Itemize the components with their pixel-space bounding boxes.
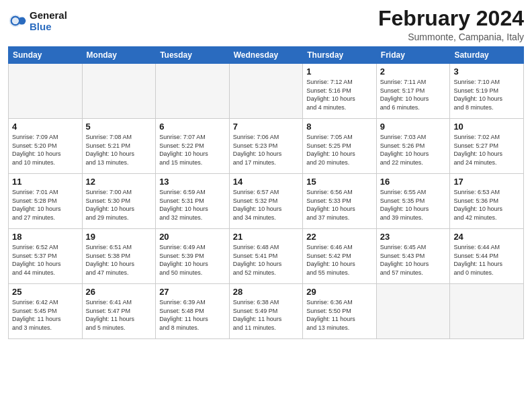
- day-info: Sunrise: 6:46 AM Sunset: 5:42 PM Dayligh…: [306, 243, 373, 277]
- logo-text-blue: Blue: [30, 21, 67, 32]
- day-number: 25: [12, 287, 79, 297]
- day-info: Sunrise: 6:36 AM Sunset: 5:50 PM Dayligh…: [306, 298, 373, 332]
- day-number: 21: [233, 232, 300, 242]
- day-number: 24: [453, 232, 520, 242]
- day-number: 11: [12, 177, 79, 187]
- col-thursday: Thursday: [303, 47, 377, 64]
- table-row: 20Sunrise: 6:49 AM Sunset: 5:39 PM Dayli…: [156, 229, 230, 284]
- table-row: 19Sunrise: 6:51 AM Sunset: 5:38 PM Dayli…: [82, 229, 156, 284]
- table-row: 3Sunrise: 7:10 AM Sunset: 5:19 PM Daylig…: [450, 64, 524, 119]
- calendar-week-row: 18Sunrise: 6:52 AM Sunset: 5:37 PM Dayli…: [9, 229, 524, 284]
- col-friday: Friday: [376, 47, 450, 64]
- calendar-week-row: 25Sunrise: 6:42 AM Sunset: 5:45 PM Dayli…: [9, 284, 524, 339]
- day-number: 6: [159, 122, 226, 132]
- table-row: 28Sunrise: 6:38 AM Sunset: 5:49 PM Dayli…: [229, 284, 303, 339]
- table-row: 27Sunrise: 6:39 AM Sunset: 5:48 PM Dayli…: [156, 284, 230, 339]
- table-row: 17Sunrise: 6:53 AM Sunset: 5:36 PM Dayli…: [450, 174, 524, 229]
- day-info: Sunrise: 7:08 AM Sunset: 5:21 PM Dayligh…: [86, 133, 152, 167]
- table-row: 24Sunrise: 6:44 AM Sunset: 5:44 PM Dayli…: [450, 229, 524, 284]
- calendar-header-row: Sunday Monday Tuesday Wednesday Thursday…: [9, 47, 524, 64]
- table-row: 15Sunrise: 6:56 AM Sunset: 5:33 PM Dayli…: [303, 174, 377, 229]
- day-number: 23: [380, 232, 447, 242]
- table-row: 2Sunrise: 7:11 AM Sunset: 5:17 PM Daylig…: [376, 64, 450, 119]
- calendar-week-row: 11Sunrise: 7:01 AM Sunset: 5:28 PM Dayli…: [9, 174, 524, 229]
- col-saturday: Saturday: [450, 47, 524, 64]
- table-row: 7Sunrise: 7:06 AM Sunset: 5:23 PM Daylig…: [229, 119, 303, 174]
- day-number: 3: [453, 66, 520, 77]
- table-row: 5Sunrise: 7:08 AM Sunset: 5:21 PM Daylig…: [82, 119, 156, 174]
- day-number: 14: [233, 177, 300, 187]
- logo-text-general: General: [30, 9, 67, 21]
- day-number: 22: [306, 232, 373, 242]
- day-info: Sunrise: 6:41 AM Sunset: 5:47 PM Dayligh…: [86, 298, 152, 332]
- table-row: 29Sunrise: 6:36 AM Sunset: 5:50 PM Dayli…: [303, 284, 377, 339]
- day-number: 19: [86, 232, 152, 242]
- table-row: 12Sunrise: 7:00 AM Sunset: 5:30 PM Dayli…: [82, 174, 156, 229]
- table-row: [156, 64, 230, 119]
- day-info: Sunrise: 6:44 AM Sunset: 5:44 PM Dayligh…: [453, 243, 520, 277]
- title-section: February 2024 Summonte, Campania, Italy: [378, 7, 524, 42]
- table-row: 23Sunrise: 6:45 AM Sunset: 5:43 PM Dayli…: [376, 229, 450, 284]
- day-info: Sunrise: 6:59 AM Sunset: 5:31 PM Dayligh…: [159, 188, 226, 222]
- table-row: 10Sunrise: 7:02 AM Sunset: 5:27 PM Dayli…: [450, 119, 524, 174]
- table-row: [229, 64, 303, 119]
- table-row: 8Sunrise: 7:05 AM Sunset: 5:25 PM Daylig…: [303, 119, 377, 174]
- table-row: 4Sunrise: 7:09 AM Sunset: 5:20 PM Daylig…: [9, 119, 83, 174]
- day-info: Sunrise: 6:39 AM Sunset: 5:48 PM Dayligh…: [159, 298, 226, 332]
- day-info: Sunrise: 7:05 AM Sunset: 5:25 PM Dayligh…: [306, 133, 373, 167]
- day-number: 13: [159, 177, 226, 187]
- col-wednesday: Wednesday: [229, 47, 303, 64]
- day-number: 1: [306, 66, 373, 77]
- table-row: 9Sunrise: 7:03 AM Sunset: 5:26 PM Daylig…: [376, 119, 450, 174]
- day-number: 12: [86, 177, 152, 187]
- table-row: [82, 64, 156, 119]
- table-row: 26Sunrise: 6:41 AM Sunset: 5:47 PM Dayli…: [82, 284, 156, 339]
- day-number: 27: [159, 287, 226, 297]
- day-info: Sunrise: 6:45 AM Sunset: 5:43 PM Dayligh…: [380, 243, 447, 277]
- table-row: 1Sunrise: 7:12 AM Sunset: 5:16 PM Daylig…: [303, 64, 377, 119]
- day-info: Sunrise: 7:09 AM Sunset: 5:20 PM Dayligh…: [12, 133, 79, 167]
- day-info: Sunrise: 6:48 AM Sunset: 5:41 PM Dayligh…: [233, 243, 300, 277]
- day-info: Sunrise: 6:51 AM Sunset: 5:38 PM Dayligh…: [86, 243, 152, 277]
- table-row: 11Sunrise: 7:01 AM Sunset: 5:28 PM Dayli…: [9, 174, 83, 229]
- calendar-week-row: 4Sunrise: 7:09 AM Sunset: 5:20 PM Daylig…: [9, 119, 524, 174]
- subtitle: Summonte, Campania, Italy: [378, 32, 524, 42]
- table-row: 14Sunrise: 6:57 AM Sunset: 5:32 PM Dayli…: [229, 174, 303, 229]
- day-info: Sunrise: 6:57 AM Sunset: 5:32 PM Dayligh…: [233, 188, 300, 222]
- col-tuesday: Tuesday: [156, 47, 230, 64]
- day-info: Sunrise: 7:06 AM Sunset: 5:23 PM Dayligh…: [233, 133, 300, 167]
- col-monday: Monday: [82, 47, 156, 64]
- day-number: 4: [12, 122, 79, 132]
- table-row: 22Sunrise: 6:46 AM Sunset: 5:42 PM Dayli…: [303, 229, 377, 284]
- day-number: 8: [306, 122, 373, 132]
- day-number: 16: [380, 177, 447, 187]
- month-title: February 2024: [378, 7, 524, 30]
- day-info: Sunrise: 6:53 AM Sunset: 5:36 PM Dayligh…: [453, 188, 520, 222]
- day-info: Sunrise: 7:10 AM Sunset: 5:19 PM Dayligh…: [453, 78, 520, 111]
- table-row: 13Sunrise: 6:59 AM Sunset: 5:31 PM Dayli…: [156, 174, 230, 229]
- day-number: 18: [12, 232, 79, 242]
- day-number: 17: [453, 177, 520, 187]
- calendar-week-row: 1Sunrise: 7:12 AM Sunset: 5:16 PM Daylig…: [9, 64, 524, 119]
- day-info: Sunrise: 7:07 AM Sunset: 5:22 PM Dayligh…: [159, 133, 226, 167]
- day-number: 26: [86, 287, 152, 297]
- day-number: 5: [86, 122, 152, 132]
- day-info: Sunrise: 6:42 AM Sunset: 5:45 PM Dayligh…: [12, 298, 79, 332]
- day-info: Sunrise: 7:03 AM Sunset: 5:26 PM Dayligh…: [380, 133, 447, 167]
- table-row: 16Sunrise: 6:55 AM Sunset: 5:35 PM Dayli…: [376, 174, 450, 229]
- day-number: 29: [306, 287, 373, 297]
- table-row: 18Sunrise: 6:52 AM Sunset: 5:37 PM Dayli…: [9, 229, 83, 284]
- calendar: Sunday Monday Tuesday Wednesday Thursday…: [8, 46, 524, 339]
- day-info: Sunrise: 7:00 AM Sunset: 5:30 PM Dayligh…: [86, 188, 152, 222]
- day-number: 10: [453, 122, 520, 132]
- page-container: General Blue February 2024 Summonte, Cam…: [0, 0, 532, 411]
- table-row: 21Sunrise: 6:48 AM Sunset: 5:41 PM Dayli…: [229, 229, 303, 284]
- day-info: Sunrise: 6:49 AM Sunset: 5:39 PM Dayligh…: [159, 243, 226, 277]
- table-row: [450, 284, 524, 339]
- col-sunday: Sunday: [9, 47, 83, 64]
- table-row: [9, 64, 83, 119]
- logo: General Blue: [8, 9, 67, 33]
- day-info: Sunrise: 7:02 AM Sunset: 5:27 PM Dayligh…: [453, 133, 520, 167]
- day-info: Sunrise: 6:55 AM Sunset: 5:35 PM Dayligh…: [380, 188, 447, 222]
- day-number: 15: [306, 177, 373, 187]
